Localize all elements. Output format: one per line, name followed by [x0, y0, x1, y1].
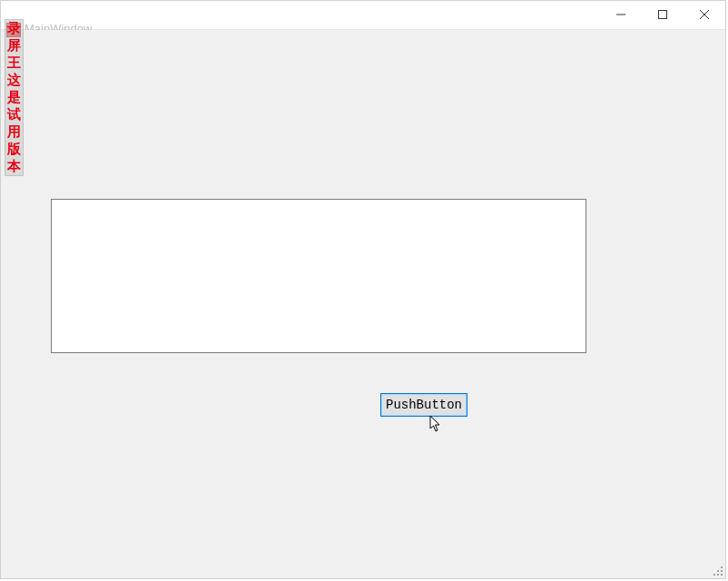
maximize-icon — [658, 10, 667, 19]
client-area: PushButton — [1, 30, 725, 578]
push-button[interactable]: PushButton — [380, 393, 467, 417]
maximize-button[interactable] — [642, 1, 684, 28]
close-icon — [700, 10, 709, 19]
minimize-button[interactable] — [600, 1, 642, 28]
window-controls — [600, 1, 725, 29]
text-edit[interactable] — [51, 199, 586, 353]
watermark-overlay: 录屏王 这是试用版本 — [5, 19, 24, 176]
svg-rect-1 — [659, 11, 667, 19]
mouse-cursor-icon — [429, 415, 442, 437]
minimize-icon — [616, 10, 625, 19]
titlebar[interactable]: MainWindow 录屏王 这是试用版本 — [1, 1, 725, 30]
close-button[interactable] — [684, 1, 725, 28]
resize-grip-icon[interactable] — [711, 564, 723, 576]
main-window: MainWindow 录屏王 这是试用版本 P — [0, 0, 726, 579]
